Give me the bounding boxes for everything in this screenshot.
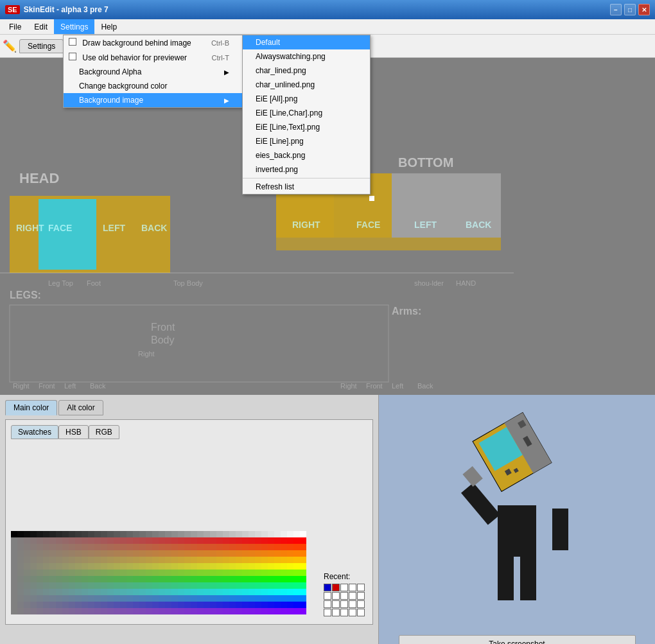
svg-text:Left: Left <box>64 382 76 390</box>
bottom-panel: Main color Alt color Swatches HSB RGB Re… <box>0 395 655 644</box>
recent-color-1[interactable] <box>332 584 340 591</box>
recent-color-18[interactable] <box>349 609 356 616</box>
old-behavior-item[interactable]: Use old behavior for previewer Ctrl-T <box>64 50 242 65</box>
recent-color-2[interactable] <box>340 584 348 591</box>
recent-color-17[interactable] <box>340 609 348 616</box>
bg-eie-line-char[interactable]: EiE [Line,Char].png <box>243 106 370 120</box>
bg-alwayswatching[interactable]: Alwayswatching.png <box>243 49 370 64</box>
svg-rect-37 <box>0 272 514 274</box>
svg-rect-3 <box>39 199 96 270</box>
recent-color-13[interactable] <box>349 600 356 608</box>
recent-color-6[interactable] <box>332 592 340 600</box>
minimize-button[interactable]: − <box>610 4 622 15</box>
svg-text:HAND: HAND <box>456 279 476 287</box>
titlebar-left: SE SkinEdit - alpha 3 pre 7 <box>5 5 109 14</box>
preview-panel: Take screenshot <box>379 395 655 644</box>
recent-color-12[interactable] <box>340 600 348 608</box>
character-preview <box>453 401 581 635</box>
main-color-tab[interactable]: Main color <box>5 400 57 415</box>
hsb-tab[interactable]: HSB <box>58 425 89 439</box>
menu-help[interactable]: Help <box>94 19 123 34</box>
recent-color-3[interactable] <box>349 584 356 591</box>
svg-text:Left: Left <box>392 382 403 390</box>
svg-rect-50 <box>552 509 568 550</box>
bg-eies-back[interactable]: eies_back.png <box>243 148 370 162</box>
svg-text:Leg Top: Leg Top <box>48 279 73 287</box>
menu-edit[interactable]: Edit <box>28 19 54 34</box>
menu-settings[interactable]: Settings <box>54 19 94 34</box>
submenu-separator <box>243 178 370 178</box>
bg-eie-line-text[interactable]: EiE [Line,Text].png <box>243 120 370 134</box>
recent-color-16[interactable] <box>332 609 340 616</box>
svg-text:Right: Right <box>340 382 357 390</box>
color-panel: Main color Alt color Swatches HSB RGB Re… <box>0 395 379 644</box>
draw-bg-checkbox[interactable] <box>69 38 76 46</box>
bg-image-item[interactable]: Background image ▶ <box>64 93 242 107</box>
svg-text:RIGHT: RIGHT <box>16 223 44 233</box>
bg-char-unlined[interactable]: char_unlined.png <box>243 78 370 92</box>
svg-rect-32 <box>369 196 374 201</box>
screenshot-button[interactable]: Take screenshot <box>399 635 636 644</box>
svg-text:Body: Body <box>151 335 174 345</box>
draw-bg-shortcut: Ctrl-B <box>211 39 229 47</box>
bg-image-submenu: Default Alwayswatching.png char_lined.pn… <box>242 35 371 195</box>
color-tabs: Main color Alt color <box>5 400 373 415</box>
svg-text:Right: Right <box>13 382 30 390</box>
recent-color-11[interactable] <box>332 600 340 608</box>
svg-rect-48 <box>498 505 536 557</box>
menubar: File Edit Settings Help <box>0 19 655 35</box>
svg-text:Front: Front <box>151 322 175 333</box>
svg-rect-52 <box>520 555 536 600</box>
rgb-tab[interactable]: RGB <box>89 425 119 439</box>
recent-color-9[interactable] <box>357 592 365 600</box>
bg-eie-all[interactable]: EiE [All].png <box>243 92 370 106</box>
bg-alpha-item[interactable]: Background Alpha ▶ <box>64 65 242 79</box>
bg-default[interactable]: Default <box>243 35 370 49</box>
close-button[interactable]: ✕ <box>638 4 650 15</box>
recent-color-0[interactable] <box>324 584 331 591</box>
recent-color-14[interactable] <box>357 600 365 608</box>
settings-dropdown: Draw background behind image Ctrl-B Use … <box>63 35 243 108</box>
draw-bg-item[interactable]: Draw background behind image Ctrl-B <box>64 35 242 50</box>
svg-text:Top Body: Top Body <box>173 279 203 287</box>
pencil-icon: ✏️ <box>3 39 17 53</box>
svg-rect-53 <box>462 466 482 487</box>
recent-color-4[interactable] <box>357 584 365 591</box>
app-icon: SE <box>5 5 20 14</box>
bg-char-lined[interactable]: char_lined.png <box>243 64 370 78</box>
svg-text:LEFT: LEFT <box>414 220 437 230</box>
swatches-tab[interactable]: Swatches <box>11 425 58 439</box>
recent-color-5[interactable] <box>324 592 331 600</box>
maximize-button[interactable]: □ <box>624 4 636 15</box>
recent-color-7[interactable] <box>340 592 348 600</box>
svg-rect-49 <box>461 483 500 525</box>
old-behavior-checkbox[interactable] <box>69 53 76 60</box>
menu-file[interactable]: File <box>3 19 28 34</box>
change-bg-color-item[interactable]: Change background color <box>64 79 242 93</box>
bg-image-arrow: ▶ <box>224 97 229 104</box>
svg-text:Foot: Foot <box>87 279 101 287</box>
recent-color-8[interactable] <box>349 592 356 600</box>
svg-text:Front: Front <box>366 382 383 390</box>
svg-text:Arms:: Arms: <box>392 306 421 317</box>
alt-color-tab[interactable]: Alt color <box>58 400 103 415</box>
recent-color-19[interactable] <box>357 609 365 616</box>
svg-text:LEFT: LEFT <box>103 223 125 233</box>
app-title: SkinEdit - alpha 3 pre 7 <box>24 5 109 14</box>
swatches-panel: Swatches HSB RGB Recent: <box>5 419 373 625</box>
svg-text:BACK: BACK <box>466 220 491 230</box>
bg-refresh-list[interactable]: Refresh list <box>243 180 370 194</box>
svg-text:Front: Front <box>39 382 55 390</box>
titlebar-controls: − □ ✕ <box>610 4 650 15</box>
svg-text:LEGS:: LEGS: <box>10 290 41 300</box>
recent-color-15[interactable] <box>324 609 331 616</box>
swatch-canvas[interactable] <box>11 531 306 614</box>
svg-text:shou-lder: shou-lder <box>414 279 444 287</box>
bg-eie-line[interactable]: EiE [Line].png <box>243 134 370 148</box>
old-behavior-shortcut: Ctrl-T <box>212 54 230 62</box>
recent-color-10[interactable] <box>324 600 331 608</box>
bg-inverted[interactable]: inverted.png <box>243 162 370 177</box>
settings-tab-button[interactable]: Settings <box>19 39 64 53</box>
svg-text:HEAD: HEAD <box>19 170 59 186</box>
svg-rect-51 <box>498 555 514 600</box>
